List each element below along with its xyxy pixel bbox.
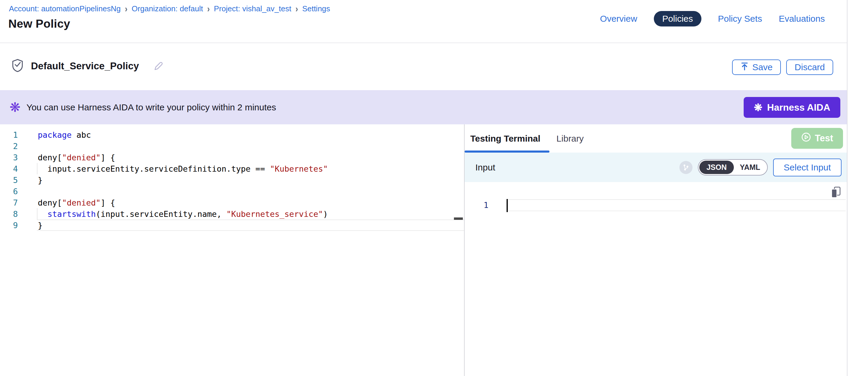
code-line-5[interactable]: 5} bbox=[0, 174, 464, 186]
page-title: New Policy bbox=[8, 17, 70, 30]
line-number: 1 bbox=[465, 199, 489, 211]
code-text: deny["denied"] { bbox=[18, 198, 115, 207]
edit-pencil-icon[interactable] bbox=[153, 60, 163, 72]
terminal-tabs: Testing TerminalLibrary bbox=[470, 133, 584, 144]
line-number: 1 bbox=[0, 130, 18, 139]
module-nav: OverviewPoliciesPolicy SetsEvaluations bbox=[600, 9, 825, 29]
aida-banner-left: ❋ You can use Harness AIDA to write your… bbox=[9, 90, 276, 124]
current-line-highlight[interactable] bbox=[507, 199, 846, 211]
format-option-json[interactable]: JSON bbox=[699, 161, 734, 174]
aida-banner: ❋ You can use Harness AIDA to write your… bbox=[0, 90, 847, 124]
input-label: Input bbox=[475, 162, 495, 173]
code-text: deny["denied"] { bbox=[18, 153, 115, 162]
code-line-6[interactable]: 6 bbox=[0, 186, 464, 197]
code-token: (input.serviceEntity.name, bbox=[96, 210, 226, 219]
line-number: 7 bbox=[0, 198, 18, 207]
code-text: } bbox=[18, 176, 42, 185]
nav-item-policy-sets[interactable]: Policy Sets bbox=[718, 14, 762, 24]
code-text: input.serviceEntity.serviceDefinition.ty… bbox=[18, 164, 328, 174]
code-line-4[interactable]: 4 input.serviceEntity.serviceDefinition.… bbox=[0, 163, 464, 174]
policy-name: Default_Service_Policy bbox=[31, 60, 139, 72]
code-line-1[interactable]: 1package abc bbox=[0, 129, 464, 140]
code-line-8[interactable]: 8 startswith(input.serviceEntity.name, "… bbox=[0, 208, 464, 220]
input-editor[interactable]: 1 bbox=[465, 182, 847, 376]
code-token bbox=[38, 210, 48, 219]
breadcrumb: Account: automationPipelinesNg›Organizat… bbox=[9, 4, 330, 13]
policy-toolbar: Default_Service_Policy Save Discard bbox=[0, 44, 847, 90]
line-number: 9 bbox=[0, 221, 18, 230]
git-branch-icon bbox=[679, 161, 692, 174]
test-button[interactable]: Test bbox=[791, 128, 843, 149]
tab-testing-terminal[interactable]: Testing Terminal bbox=[470, 133, 540, 144]
code-token: "denied" bbox=[62, 198, 100, 207]
upload-icon bbox=[740, 62, 749, 73]
code-token: package bbox=[38, 130, 72, 139]
code-token: ] { bbox=[100, 153, 115, 162]
input-editor-line: 1 bbox=[465, 199, 847, 211]
page: Account: automationPipelinesNg›Organizat… bbox=[0, 0, 847, 376]
nav-item-evaluations[interactable]: Evaluations bbox=[779, 14, 825, 24]
breadcrumb-separator-icon: › bbox=[207, 3, 210, 14]
code-lines: 1package abc23deny["denied"] {4 input.se… bbox=[0, 124, 464, 231]
code-token: "denied" bbox=[62, 153, 100, 162]
code-token: } bbox=[38, 176, 42, 185]
aida-banner-message: You can use Harness AIDA to write your p… bbox=[27, 102, 276, 113]
code-token: } bbox=[38, 221, 42, 230]
line-number: 5 bbox=[0, 176, 18, 185]
aida-flower-icon: ❋ bbox=[754, 102, 763, 113]
code-text: startswith(input.serviceEntity.name, "Ku… bbox=[18, 210, 328, 219]
discard-button[interactable]: Discard bbox=[786, 60, 833, 75]
breadcrumb-separator-icon: › bbox=[125, 3, 128, 14]
discard-label: Discard bbox=[795, 62, 825, 72]
line-number: 8 bbox=[0, 210, 18, 219]
breadcrumb-separator-icon: › bbox=[296, 3, 298, 14]
editor-overview-cursor-mark bbox=[454, 217, 463, 220]
input-header-actions: JSONYAML Select Input bbox=[679, 159, 841, 177]
code-token: deny[ bbox=[38, 153, 62, 162]
test-label: Test bbox=[815, 133, 833, 144]
aida-flower-icon: ❋ bbox=[9, 101, 21, 114]
policy-identity: Default_Service_Policy bbox=[11, 59, 163, 73]
save-label: Save bbox=[752, 62, 773, 72]
policy-code-editor[interactable]: 1package abc23deny["denied"] {4 input.se… bbox=[0, 124, 465, 376]
active-tab-underline bbox=[465, 151, 550, 153]
format-toggle: JSONYAML bbox=[698, 159, 768, 176]
tab-library[interactable]: Library bbox=[557, 133, 584, 144]
code-token: "Kubernetes" bbox=[270, 164, 328, 174]
code-token: ] { bbox=[100, 198, 115, 207]
line-number: 6 bbox=[0, 187, 18, 196]
select-input-button[interactable]: Select Input bbox=[773, 159, 841, 177]
save-button[interactable]: Save bbox=[732, 60, 781, 75]
text-cursor bbox=[506, 199, 508, 212]
code-line-7[interactable]: 7deny["denied"] { bbox=[0, 197, 464, 208]
play-circle-icon bbox=[801, 132, 811, 145]
code-token: "Kubernetes_service" bbox=[226, 210, 323, 219]
testing-terminal-pane: Testing TerminalLibrary Test Input bbox=[465, 124, 847, 376]
code-token: deny[ bbox=[38, 198, 62, 207]
code-token: ) bbox=[323, 210, 328, 219]
breadcrumb-link-organization[interactable]: Organization: default bbox=[131, 4, 203, 13]
nav-item-policies[interactable]: Policies bbox=[654, 11, 701, 27]
line-number: 2 bbox=[0, 142, 18, 151]
breadcrumb-link-account[interactable]: Account: automationPipelinesNg bbox=[9, 4, 121, 13]
copy-icon[interactable] bbox=[831, 186, 841, 200]
code-text: } bbox=[18, 221, 42, 230]
code-token: startswith bbox=[48, 210, 96, 219]
nav-item-overview[interactable]: Overview bbox=[600, 14, 637, 24]
harness-aida-label: Harness AIDA bbox=[767, 102, 830, 113]
toolbar-actions: Save Discard bbox=[732, 60, 833, 75]
line-number: 4 bbox=[0, 164, 18, 174]
code-token: input.serviceEntity.serviceDefinition.ty… bbox=[38, 164, 270, 174]
input-section-header: Input JSONYAML Select Input bbox=[465, 153, 847, 182]
line-number: 3 bbox=[0, 153, 18, 162]
main-split: 1package abc23deny["denied"] {4 input.se… bbox=[0, 124, 847, 376]
harness-aida-button[interactable]: ❋ Harness AIDA bbox=[744, 97, 840, 118]
format-option-yaml[interactable]: YAML bbox=[734, 161, 766, 174]
page-header: Account: automationPipelinesNg›Organizat… bbox=[0, 0, 847, 43]
code-line-9[interactable]: 9} bbox=[0, 220, 464, 231]
code-line-2[interactable]: 2 bbox=[0, 140, 464, 152]
breadcrumb-link-project[interactable]: Project: vishal_av_test bbox=[214, 4, 291, 13]
breadcrumb-link-settings[interactable]: Settings bbox=[302, 4, 330, 13]
code-line-3[interactable]: 3deny["denied"] { bbox=[0, 152, 464, 163]
terminal-tabs-row: Testing TerminalLibrary Test bbox=[465, 124, 847, 153]
